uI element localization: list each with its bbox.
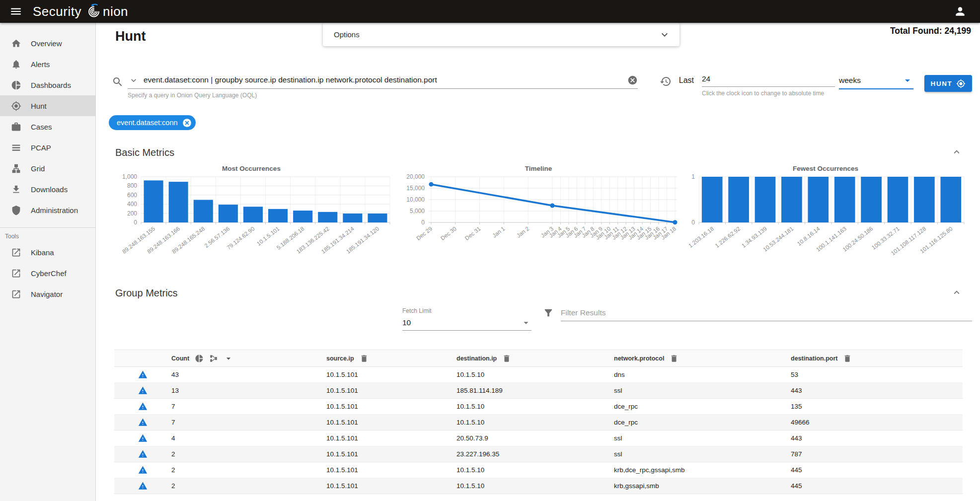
cell-network-protocol[interactable]: ssl (614, 446, 791, 462)
cell-destination-ip[interactable]: 10.1.5.10 (456, 462, 614, 478)
cell-source-ip[interactable]: 10.1.5.101 (326, 446, 456, 462)
sidebar-item-label: PCAP (31, 143, 51, 152)
filter-results-input[interactable] (561, 308, 972, 317)
cell-network-protocol[interactable]: ssl (614, 383, 791, 399)
cell-count[interactable]: 43 (171, 367, 326, 383)
sidebar-item-cyberchef[interactable]: CyberChef (0, 263, 95, 284)
warning-icon[interactable] (138, 481, 148, 491)
table-row[interactable]: 210.1.5.10110.1.5.10krb,gssapi,smb445 (114, 478, 963, 494)
cell-destination-port[interactable]: 443 (791, 430, 963, 446)
cell-count[interactable]: 4 (171, 430, 326, 446)
pie-chart-icon[interactable] (195, 354, 204, 363)
cell-count[interactable]: 7 (171, 415, 326, 430)
cell-destination-port[interactable]: 445 (791, 462, 963, 478)
cell-destination-ip[interactable]: 10.1.5.10 (456, 478, 614, 494)
caret-down-icon[interactable] (224, 354, 233, 363)
svg-text:400: 400 (127, 201, 137, 208)
warning-icon[interactable] (138, 386, 148, 395)
table-row[interactable]: 4310.1.5.10110.1.5.10dns53 (114, 367, 963, 383)
clear-query-icon[interactable] (627, 75, 638, 85)
cell-count[interactable]: 2 (171, 446, 326, 462)
options-panel-toggle[interactable]: Options (323, 23, 679, 46)
duration-input[interactable] (702, 74, 835, 83)
cell-source-ip[interactable]: 10.1.5.101 (326, 399, 456, 415)
sankey-icon[interactable] (209, 354, 218, 363)
cell-destination-ip[interactable]: 10.1.5.10 (456, 399, 614, 415)
trash-icon[interactable] (670, 354, 678, 363)
trash-icon[interactable] (843, 354, 852, 363)
cell-destination-port[interactable]: 443 (791, 383, 963, 399)
cell-source-ip[interactable]: 10.1.5.101 (326, 415, 456, 430)
cell-destination-port[interactable]: 53 (791, 367, 963, 383)
time-units-select[interactable]: weeks (839, 74, 913, 89)
fetch-limit-select[interactable]: 10 (402, 317, 531, 331)
cell-destination-ip[interactable]: 23.227.196.35 (456, 446, 614, 462)
sidebar-item-downloads[interactable]: Downloads (0, 179, 95, 200)
cell-source-ip[interactable]: 10.1.5.101 (326, 383, 456, 399)
time-units-value: weeks (839, 76, 861, 85)
cell-destination-port[interactable]: 787 (791, 446, 963, 462)
sidebar-item-navigator[interactable]: Navigator (0, 284, 95, 304)
hunt-button[interactable]: HUNT (924, 75, 972, 92)
sidebar-item-cases[interactable]: Cases (0, 116, 95, 137)
cell-source-ip[interactable]: 10.1.5.101 (326, 430, 456, 446)
warning-icon[interactable] (138, 370, 148, 379)
group-metrics-title: Group Metrics (115, 287, 178, 299)
warning-icon[interactable] (138, 433, 148, 443)
table-row[interactable]: 210.1.5.10123.227.196.35ssl787 (114, 446, 963, 462)
cell-network-protocol[interactable]: dce_rpc (614, 399, 791, 415)
trash-icon[interactable] (502, 354, 511, 363)
warning-icon[interactable] (138, 418, 148, 427)
sidebar-item-administration[interactable]: Administration (0, 200, 95, 220)
query-input[interactable] (144, 75, 627, 84)
search-icon[interactable] (112, 76, 124, 88)
hamburger-menu-icon[interactable] (6, 1, 26, 21)
sidebar-item-kibana[interactable]: Kibana (0, 242, 95, 263)
cell-destination-port[interactable]: 135 (791, 399, 963, 415)
sidebar-item-alerts[interactable]: Alerts (0, 54, 95, 74)
cell-network-protocol[interactable]: dns (614, 367, 791, 383)
remove-filter-icon[interactable] (182, 118, 192, 128)
svg-text:Dec 31: Dec 31 (464, 225, 482, 241)
table-row[interactable]: 210.1.5.10110.1.5.10krb,dce_rpc,gssapi,s… (114, 462, 963, 478)
cell-count[interactable]: 13 (171, 383, 326, 399)
collapse-basic-metrics-icon[interactable] (950, 146, 963, 159)
cell-destination-ip[interactable]: 185.81.114.189 (456, 383, 614, 399)
cell-network-protocol[interactable]: krb,dce_rpc,gssapi,smb (614, 462, 791, 478)
cell-network-protocol[interactable]: ssl (614, 430, 791, 446)
charts-row: Most Occurrences02004006008001,00089.248… (96, 164, 980, 271)
cell-source-ip[interactable]: 10.1.5.101 (326, 367, 456, 383)
filter-chip[interactable]: event.dataset:conn (109, 115, 196, 130)
user-account-icon[interactable] (951, 2, 969, 20)
cell-destination-port[interactable]: 445 (791, 478, 963, 494)
sidebar-item-pcap[interactable]: PCAP (0, 137, 95, 158)
svg-text:1.203.16.18: 1.203.16.18 (687, 225, 715, 249)
cell-count[interactable]: 2 (171, 462, 326, 478)
cell-source-ip[interactable]: 10.1.5.101 (326, 478, 456, 494)
cell-source-ip[interactable]: 10.1.5.101 (326, 462, 456, 478)
table-row[interactable]: 710.1.5.10110.1.5.10dce_rpc49666 (114, 415, 963, 430)
table-row[interactable]: 410.1.5.10120.50.73.9ssl443 (114, 430, 963, 446)
destination-port-column-label: destination.port (791, 355, 837, 362)
warning-icon[interactable] (138, 402, 148, 411)
sidebar-item-grid[interactable]: Grid (0, 158, 95, 179)
cell-destination-ip[interactable]: 10.1.5.10 (456, 367, 614, 383)
cell-count[interactable]: 7 (171, 399, 326, 415)
cell-destination-ip[interactable]: 20.50.73.9 (456, 430, 614, 446)
sidebar-item-dashboards[interactable]: Dashboards (0, 74, 95, 95)
table-row[interactable]: 710.1.5.10110.1.5.10dce_rpc135 (114, 399, 963, 415)
cell-count[interactable]: 2 (171, 478, 326, 494)
trash-icon[interactable] (360, 354, 369, 363)
history-clock-icon[interactable] (660, 75, 672, 87)
warning-icon[interactable] (138, 449, 148, 459)
collapse-group-metrics-icon[interactable] (950, 286, 963, 299)
cell-destination-ip[interactable]: 10.1.5.10 (456, 415, 614, 430)
cell-network-protocol[interactable]: krb,gssapi,smb (614, 478, 791, 494)
warning-icon[interactable] (138, 465, 148, 475)
sidebar-item-hunt[interactable]: Hunt (0, 95, 95, 116)
sidebar-item-overview[interactable]: Overview (0, 33, 95, 54)
cell-network-protocol[interactable]: dce_rpc (614, 415, 791, 430)
table-row[interactable]: 1310.1.5.101185.81.114.189ssl443 (114, 383, 963, 399)
cell-destination-port[interactable]: 49666 (791, 415, 963, 430)
query-history-chevron-icon[interactable] (129, 75, 139, 85)
